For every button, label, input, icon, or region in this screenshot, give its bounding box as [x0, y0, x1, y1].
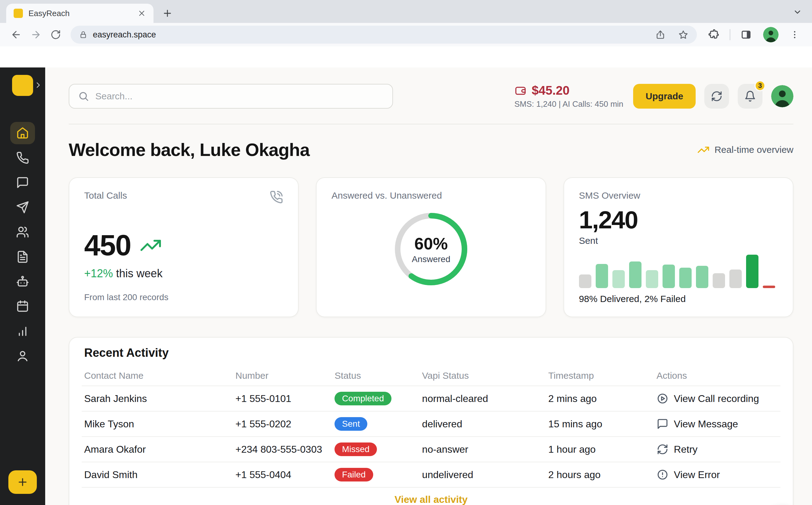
- wallet-icon: [514, 85, 527, 97]
- contact-number: +234 803-555-0303: [235, 444, 335, 455]
- browser-profile-avatar[interactable]: [763, 27, 779, 42]
- sms-sent-value: 1,240: [579, 206, 778, 234]
- reload-button[interactable]: [47, 26, 64, 43]
- column-header: Timestamp: [548, 370, 657, 381]
- sms-bar: [612, 270, 625, 288]
- sidebar-item-messages[interactable]: [10, 171, 35, 194]
- status-badge: Missed: [334, 443, 377, 456]
- main-content: $45.20 SMS: 1,240 | AI Calls: 450 min Up…: [45, 67, 812, 505]
- message-icon: [657, 418, 668, 430]
- table-row: Amara Okafor+234 803-555-0303Missedno-an…: [82, 436, 781, 462]
- user-avatar[interactable]: [771, 85, 793, 107]
- sidebar-item-calls[interactable]: [10, 147, 35, 169]
- play-circle-icon: [657, 393, 668, 404]
- phone-icon: [16, 151, 29, 164]
- search-bar[interactable]: [69, 84, 393, 109]
- phone-call-icon: [270, 190, 283, 204]
- app-logo[interactable]: [12, 75, 33, 96]
- sidebar-item-campaigns[interactable]: [10, 196, 35, 218]
- status-cell: Sent: [334, 417, 422, 431]
- status-badge: Failed: [334, 468, 373, 482]
- sidebar-item-contacts[interactable]: [10, 221, 35, 243]
- action-label: View Error: [674, 469, 720, 481]
- send-icon: [16, 201, 29, 214]
- refresh-icon: [657, 444, 668, 455]
- lock-icon: [79, 31, 87, 39]
- back-icon: [10, 29, 22, 40]
- sidebar-item-documents[interactable]: [10, 246, 35, 268]
- sms-bar: [629, 262, 642, 288]
- tab-close-icon[interactable]: [137, 9, 146, 18]
- calendar-icon: [16, 300, 29, 313]
- forward-button[interactable]: [27, 26, 44, 43]
- trending-up-icon: [697, 144, 709, 156]
- total-calls-footnote: From last 200 records: [84, 293, 283, 302]
- search-input[interactable]: [95, 91, 384, 102]
- status-cell: Missed: [334, 443, 422, 456]
- sms-bar: [596, 264, 608, 288]
- recent-activity-panel: Recent Activity Contact NameNumberStatus…: [69, 337, 793, 505]
- contact-number: +1 555-0404: [235, 469, 335, 481]
- search-icon: [78, 91, 89, 102]
- side-panel-icon[interactable]: [740, 29, 752, 40]
- address-bar[interactable]: easyreach.space: [70, 26, 697, 44]
- tab-favicon-icon: [14, 9, 23, 18]
- back-button[interactable]: [7, 26, 25, 43]
- sms-overview-card: SMS Overview 1,240 Sent 98% Delivered, 2…: [563, 177, 793, 317]
- timestamp: 2 hours ago: [548, 469, 657, 481]
- total-calls-delta: +12% this week: [84, 267, 283, 280]
- row-action-completed[interactable]: View Call recording: [657, 393, 778, 404]
- balance-block: $45.20 SMS: 1,240 | AI Calls: 450 min: [514, 83, 623, 109]
- column-header: Vapi Status: [422, 370, 548, 381]
- sidebar-item-home[interactable]: [10, 122, 35, 144]
- sidebar-add-button[interactable]: [8, 470, 37, 494]
- status-badge: Completed: [334, 392, 391, 405]
- sms-sent-label: Sent: [579, 235, 778, 246]
- toolbar-divider: [730, 29, 730, 40]
- sidebar-item-profile[interactable]: [10, 345, 35, 367]
- refresh-button[interactable]: [704, 84, 729, 109]
- action-label: View Call recording: [674, 393, 759, 404]
- vapi-status: undelivered: [422, 469, 548, 481]
- page: $45.20 SMS: 1,240 | AI Calls: 450 min Up…: [0, 46, 812, 505]
- browser-toolbar: easyreach.space: [0, 23, 812, 46]
- action-label: View Message: [674, 418, 739, 430]
- sidebar-item-analytics[interactable]: [10, 320, 35, 342]
- timestamp: 1 hour ago: [548, 444, 657, 455]
- tab-list-chevron-icon[interactable]: [793, 7, 802, 17]
- table-row: Sarah Jenkins+1 555-0101Completednormal-…: [82, 385, 781, 411]
- extensions-icon[interactable]: [708, 29, 720, 40]
- app-topbar: $45.20 SMS: 1,240 | AI Calls: 450 min Up…: [69, 83, 793, 109]
- notifications-button[interactable]: 3: [738, 84, 763, 109]
- upgrade-button[interactable]: Upgrade: [633, 84, 696, 109]
- new-tab-button[interactable]: [162, 8, 173, 19]
- view-all-activity-link[interactable]: View all activity: [82, 487, 781, 505]
- file-icon: [16, 250, 29, 263]
- tab-title: EasyReach: [28, 9, 132, 18]
- users-icon: [16, 225, 29, 238]
- row-action-failed[interactable]: View Error: [657, 469, 778, 481]
- bookmark-star-icon[interactable]: [678, 30, 688, 40]
- home-icon: [16, 127, 29, 140]
- sms-caption: 98% Delivered, 2% Failed: [579, 294, 778, 304]
- total-calls-card: Total Calls 450 +12% this week From last…: [69, 177, 299, 317]
- column-header: Number: [235, 370, 335, 381]
- url-text: easyreach.space: [93, 30, 642, 40]
- contact-name: Amara Okafor: [84, 444, 235, 455]
- user-icon: [16, 349, 29, 362]
- reload-icon: [50, 29, 61, 40]
- sidebar-expand-chevron-icon[interactable]: [34, 81, 42, 89]
- row-action-sent[interactable]: View Message: [657, 418, 778, 430]
- browser-tab[interactable]: EasyReach: [6, 4, 154, 23]
- notification-badge: 3: [755, 80, 766, 91]
- answered-percent: 60%: [415, 234, 448, 253]
- vapi-status: no-answer: [422, 444, 548, 455]
- contact-number: +1 555-0202: [235, 418, 335, 430]
- sidebar-item-calendar[interactable]: [10, 295, 35, 318]
- answered-donut-chart: 60% Answered: [390, 208, 472, 290]
- share-icon[interactable]: [655, 30, 665, 40]
- browser-menu-icon[interactable]: [790, 29, 800, 40]
- balance-amount: $45.20: [532, 83, 570, 98]
- sidebar-item-ai-agent[interactable]: [10, 271, 35, 293]
- row-action-missed[interactable]: Retry: [657, 444, 778, 455]
